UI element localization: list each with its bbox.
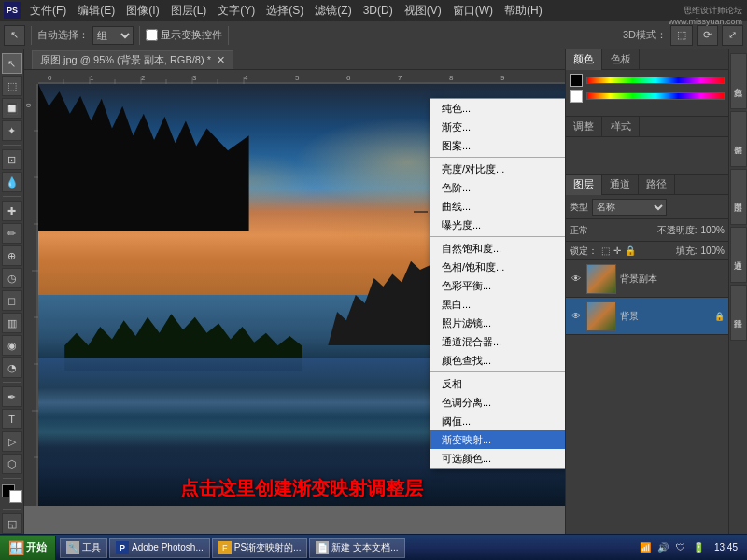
layers-panel: 图层 通道 路径 类型 名称效果 正常 不透明度: 100% 锁定： ⬚ [566, 175, 728, 560]
tool-lasso[interactable]: 🔲 [2, 98, 22, 119]
lock-pixel-btn[interactable]: ⬚ [601, 245, 610, 256]
menu-view[interactable]: 视图(V) [399, 0, 447, 21]
color-panel-content [566, 70, 728, 117]
dropdown-item-selectivecolor[interactable]: 可选颜色... [430, 449, 565, 468]
3d-mode-btn2[interactable]: ⟳ [697, 25, 718, 46]
dropdown-item-invert[interactable]: 反相 [430, 374, 565, 393]
taskbar-tray: 📶 🔊 🛡 🔋 13:45 [634, 540, 747, 555]
dropdown-item-pattern[interactable]: 图案... [430, 136, 565, 155]
menu-image[interactable]: 图像(I) [120, 0, 164, 21]
lock-pos-btn[interactable]: ✛ [613, 245, 621, 256]
dropdown-item-curves[interactable]: 曲线... [430, 197, 565, 216]
menu-layer[interactable]: 图层(L) [165, 0, 213, 21]
layer-eye-bg[interactable]: 👁 [570, 310, 583, 323]
tool-eraser[interactable]: ◻ [2, 290, 22, 311]
tool-shape[interactable]: ⬡ [2, 454, 22, 474]
crane-arm [414, 211, 428, 213]
tab-channels[interactable]: 通道 [602, 175, 639, 195]
menu-select[interactable]: 选择(S) [261, 0, 309, 21]
ruler-vertical: 0 [24, 84, 38, 506]
menu-help[interactable]: 帮助(H) [499, 0, 548, 21]
tool-dodge[interactable]: ◔ [2, 357, 22, 378]
layers-type-select[interactable]: 名称效果 [592, 199, 667, 216]
taskbar-item-photoshop[interactable]: P Adobe Photosh... [109, 538, 210, 558]
tool-history[interactable]: ◷ [2, 268, 22, 288]
lock-all-btn[interactable]: 🔒 [625, 245, 636, 256]
dropdown-item-gradientmap[interactable]: 渐变映射... [430, 430, 565, 449]
tab-color[interactable]: 颜色 [566, 49, 602, 70]
show-transform-checkbox[interactable] [146, 29, 158, 41]
canvas-tab-file[interactable]: 原图.jpg @ 95% (背景 副本, RGB/8) * ✕ [32, 50, 233, 69]
menu-window[interactable]: 窗口(W) [447, 0, 499, 21]
dropdown-item-brightness[interactable]: 亮度/对比度... [430, 160, 565, 178]
layer-eye-bg-copy[interactable]: 👁 [570, 273, 583, 286]
taskbar-item-textdoc[interactable]: 📄 新建 文本文档... [309, 538, 404, 558]
toolbar-move-btn[interactable]: ↖ [4, 25, 25, 46]
tool-quickmask[interactable]: ◱ [2, 513, 22, 534]
dropdown-item-threshold[interactable]: 阈值... [430, 412, 565, 430]
tray-sound[interactable]: 🔊 [655, 540, 670, 555]
menu-filter[interactable]: 滤镜(Z) [309, 0, 357, 21]
dropdown-item-colorlookup[interactable]: 颜色查找... [430, 351, 565, 370]
tray-security[interactable]: 🛡 [673, 540, 688, 555]
tool-gradient[interactable]: ▥ [2, 313, 22, 333]
tool-blur[interactable]: ◉ [2, 335, 22, 356]
dropdown-item-posterize[interactable]: 色调分离... [430, 393, 565, 412]
layer-item-bg-copy[interactable]: 👁 背景副本 [566, 260, 728, 298]
layer-item-bg[interactable]: 👁 背景 🔒 [566, 298, 728, 335]
tool-stamp[interactable]: ⊕ [2, 245, 22, 266]
taskbar-item-tools[interactable]: 🔧 工具 [60, 538, 107, 558]
tab-layers[interactable]: 图层 [566, 175, 602, 195]
taskbar-item-ps-tutorial[interactable]: F PS渐变映射的... [212, 538, 308, 558]
tab-swatches[interactable]: 色板 [603, 49, 640, 70]
dropdown-item-hsl[interactable]: 色相/饱和度... [430, 258, 565, 276]
color-spectrum[interactable] [586, 77, 725, 84]
fg-color-box[interactable] [570, 74, 583, 87]
tool-colors[interactable] [2, 484, 22, 503]
tool-heal[interactable]: ✚ [2, 201, 22, 221]
tool-magic[interactable]: ✦ [2, 120, 22, 141]
dropdown-item-photofilter[interactable]: 照片滤镜... [430, 314, 565, 332]
bg-color-box[interactable] [570, 90, 583, 103]
menu-file[interactable]: 文件(F) [24, 0, 72, 21]
background-color[interactable] [9, 490, 22, 503]
layer-name-bg-copy: 背景副本 [620, 273, 721, 286]
color-spectrum2[interactable] [586, 92, 725, 100]
side-panel-adj[interactable]: 调整 [730, 111, 747, 167]
tool-select[interactable]: ⬚ [2, 76, 22, 96]
tab-paths[interactable]: 路径 [639, 175, 675, 195]
side-panel-color[interactable]: 颜色 [730, 53, 747, 109]
side-panel-layers[interactable]: 图层 [730, 169, 747, 225]
3d-mode-btn3[interactable]: ⤢ [722, 25, 743, 46]
auto-select-dropdown[interactable]: 组图层 [92, 26, 134, 45]
dropdown-item-vibrance[interactable]: 自然饱和度... [430, 239, 565, 258]
tab-adjustments[interactable]: 调整 [566, 117, 602, 137]
tray-network[interactable]: 📶 [638, 540, 653, 555]
dropdown-item-channelmixer[interactable]: 通道混合器... [430, 332, 565, 351]
3d-mode-btn1[interactable]: ⬚ [670, 25, 693, 46]
tool-path[interactable]: ▷ [2, 431, 22, 452]
dropdown-item-bw[interactable]: 黑白... [430, 295, 565, 314]
menu-edit[interactable]: 编辑(E) [72, 0, 120, 21]
side-panel-channels[interactable]: 通道 [730, 227, 747, 283]
dropdown-item-exposure[interactable]: 曝光度... [430, 216, 565, 234]
side-panel-paths[interactable]: 路径 [730, 285, 747, 341]
image-canvas[interactable]: 点击这里创建渐变映射调整层 纯色... 渐变... 图案... 亮度/对比度..… [38, 84, 565, 506]
menu-3d[interactable]: 3D(D) [358, 0, 399, 21]
tab-styles[interactable]: 样式 [603, 117, 640, 137]
tray-battery[interactable]: 🔋 [691, 540, 706, 555]
layers-list: 👁 背景副本 👁 背景 🔒 [566, 260, 728, 534]
tool-move[interactable]: ↖ [2, 53, 22, 74]
dropdown-item-levels[interactable]: 色阶... [430, 178, 565, 197]
tool-crop[interactable]: ⊡ [2, 149, 22, 170]
tool-pen[interactable]: ✒ [2, 386, 22, 407]
menu-text[interactable]: 文字(Y) [212, 0, 261, 21]
dropdown-item-gradient[interactable]: 渐变... [430, 118, 565, 136]
dropdown-item-colorbalance[interactable]: 色彩平衡... [430, 276, 565, 295]
tool-sep2 [3, 196, 21, 197]
tool-brush[interactable]: ✏ [2, 223, 22, 244]
tool-eyedrop[interactable]: 💧 [2, 172, 22, 192]
start-button[interactable]: 🪟 开始 [0, 536, 56, 560]
dropdown-item-solid[interactable]: 纯色... [430, 99, 565, 118]
tool-text[interactable]: T [2, 409, 22, 429]
